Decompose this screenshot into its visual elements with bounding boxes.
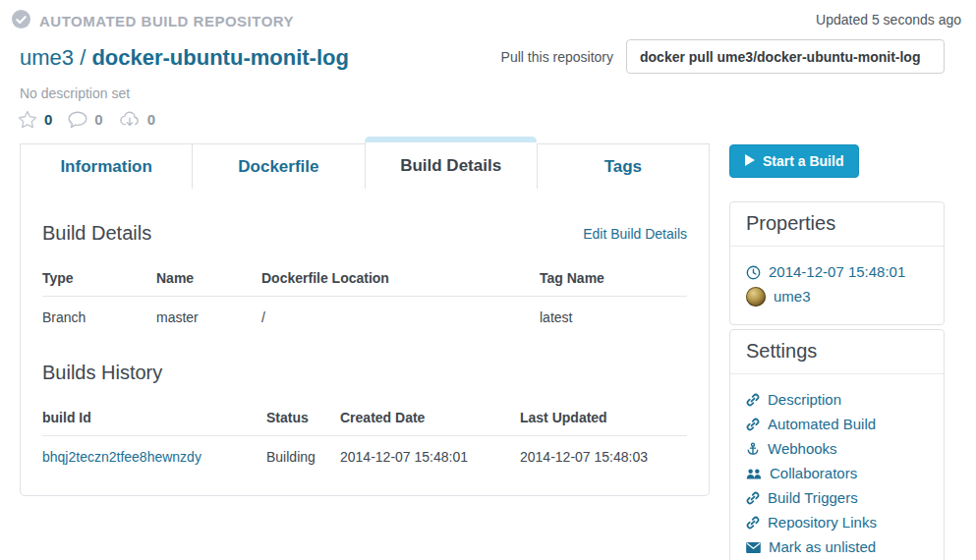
build-details-table: Type Name Dockerfile Location Tag Name B…: [42, 270, 687, 338]
pull-command-input[interactable]: [626, 39, 945, 74]
anchor-icon: [746, 442, 760, 456]
repo-description: No description set: [20, 85, 349, 101]
link-icon: [746, 516, 760, 530]
column-header-status: Status: [266, 410, 340, 425]
cell-type: Branch: [42, 309, 156, 325]
pull-repo-label: Pull this repository: [501, 49, 613, 65]
settings-item-mark-as-unlisted[interactable]: Mark as unlisted: [746, 536, 928, 558]
settings-item-collaborators[interactable]: Collaborators: [746, 463, 928, 484]
cell-status: Building: [266, 449, 340, 465]
column-header-type: Type: [42, 270, 156, 286]
tab-tags[interactable]: Tags: [537, 143, 710, 189]
properties-panel: Properties 2014-12-07 15:48:01 ume3: [729, 201, 945, 325]
play-icon: [745, 153, 755, 169]
column-header-last-updated: Last Updated: [520, 410, 687, 425]
settings-item-label: Repository Links: [768, 512, 877, 533]
table-row: Branch master / latest: [42, 297, 687, 338]
cell-dockerfile-location: /: [261, 309, 540, 325]
comment-icon: [68, 111, 87, 129]
settings-item-label: Description: [768, 389, 841, 411]
download-cloud-icon: [119, 110, 141, 129]
page-title: ume3 / docker-ubuntu-monit-log: [20, 45, 349, 71]
repo-type-badge: AUTOMATED BUILD REPOSITORY: [39, 13, 294, 29]
repo-header: AUTOMATED BUILD REPOSITORY ume3 / docker…: [12, 10, 349, 129]
start-build-button[interactable]: Start a Build: [729, 144, 859, 178]
pull-count: 0: [147, 111, 155, 128]
link-icon: [746, 393, 760, 407]
start-build-label: Start a Build: [763, 153, 843, 169]
tab-dockerfile[interactable]: Dockerfile: [192, 143, 364, 189]
owner-link[interactable]: ume3: [774, 286, 811, 308]
tab-build-details[interactable]: Build Details: [365, 137, 537, 189]
column-header-name: Name: [156, 270, 261, 286]
edit-build-details-link[interactable]: Edit Build Details: [583, 226, 687, 242]
builds-history-table: build Id Status Created Date Last Update…: [42, 410, 687, 477]
tab-information[interactable]: Information: [20, 143, 192, 189]
builds-history-heading: Builds History: [42, 362, 687, 384]
envelope-icon: [746, 542, 761, 553]
clock-icon: [746, 265, 761, 280]
build-id-link[interactable]: bhqj2teczn2tfee8hewnzdy: [42, 449, 266, 465]
settings-item-label: Mark as unlisted: [769, 536, 876, 558]
settings-item-automated-build[interactable]: Automated Build: [746, 414, 928, 435]
users-icon: [746, 468, 762, 480]
settings-heading: Settings: [730, 330, 944, 374]
settings-panel: Settings Description Automated Build Web…: [729, 329, 945, 560]
settings-item-webhooks[interactable]: Webhooks: [746, 438, 928, 460]
repo-name: docker-ubuntu-monit-log: [91, 45, 349, 70]
link-icon: [746, 491, 760, 505]
column-header-tag-name: Tag Name: [540, 270, 687, 286]
settings-item-label: Build Triggers: [768, 487, 858, 509]
settings-item-repository-links[interactable]: Repository Links: [746, 512, 928, 533]
created-timestamp: 2014-12-07 15:48:01: [769, 261, 905, 283]
build-details-panel: Build Details Edit Build Details Type Na…: [20, 188, 710, 496]
settings-item-label: Collaborators: [770, 463, 857, 484]
cell-tag-name: latest: [540, 309, 687, 325]
automated-build-check-icon: [12, 10, 30, 32]
comment-count: 0: [94, 111, 102, 128]
star-icon: [18, 110, 37, 129]
link-icon: [746, 418, 760, 431]
column-header-dockerfile-location: Dockerfile Location: [261, 270, 540, 286]
cell-created-date: 2014-12-07 15:48:01: [340, 449, 520, 465]
last-updated-text: Updated 5 seconds ago: [816, 12, 961, 28]
properties-heading: Properties: [730, 202, 944, 247]
cell-name: master: [156, 309, 261, 325]
owner-avatar: [746, 287, 766, 307]
repo-stats: 0 0 0: [18, 110, 349, 129]
settings-item-description[interactable]: Description: [746, 389, 928, 411]
column-header-build-id: build Id: [42, 410, 266, 425]
settings-item-label: Webhooks: [768, 438, 837, 460]
column-header-created-date: Created Date: [340, 410, 520, 425]
build-details-heading: Build Details: [42, 222, 151, 245]
settings-item-build-triggers[interactable]: Build Triggers: [746, 487, 928, 509]
star-count: 0: [44, 111, 52, 128]
table-row: bhqj2teczn2tfee8hewnzdy Building 2014-12…: [42, 436, 687, 477]
settings-item-label: Automated Build: [768, 414, 876, 435]
tab-bar: Information Dockerfile Build Details Tag…: [20, 137, 710, 189]
cell-last-updated: 2014-12-07 15:48:03: [520, 449, 687, 465]
namespace-link[interactable]: ume3 /: [20, 45, 86, 70]
